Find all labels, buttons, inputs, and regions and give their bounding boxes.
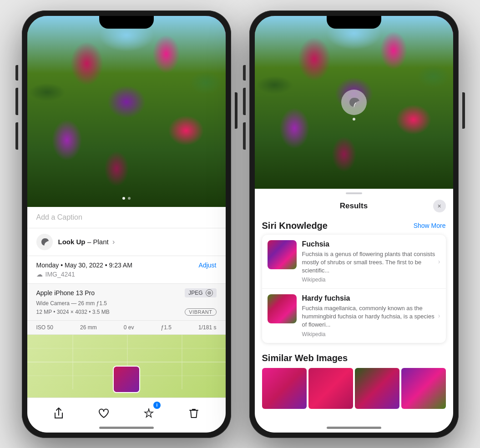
mp-info: 12 MP • 3024 × 4032 • 3.5 MB (36, 309, 110, 315)
page-indicator (122, 197, 131, 200)
phone1-screen: Add a Caption Look Up – Plant › (27, 16, 226, 433)
close-icon: × (437, 202, 441, 210)
results-body[interactable]: Siri Knowledge Show More Fuchsia Fuchsia… (255, 216, 453, 433)
leaf-icon-container (36, 234, 53, 250)
map-photo-thumbnail[interactable] (113, 366, 140, 393)
vol-up-button-2[interactable] (243, 88, 246, 115)
dot-2 (128, 197, 131, 200)
device-row: Apple iPhone 13 Pro JPEG Wide Camera (27, 284, 226, 321)
trash-icon (189, 408, 198, 419)
filename: IMG_4241 (45, 271, 75, 278)
fuchsia-text: Fuchsia Fuchsia is a genus of flowering … (302, 240, 440, 283)
vibrant-badge: VIBRANT (185, 308, 216, 316)
knowledge-card: Fuchsia Fuchsia is a genus of flowering … (262, 235, 446, 343)
leaf-icon (40, 237, 49, 247)
results-header: Results × (255, 194, 453, 216)
share-button[interactable] (49, 403, 69, 423)
lookup-label: Look Up – Plant › (58, 238, 115, 246)
favorite-button[interactable] (94, 403, 114, 423)
visual-lookup-button[interactable] (341, 90, 367, 115)
siri-knowledge-header: Siri Knowledge Show More (262, 216, 446, 235)
date-text: Monday • May 30, 2022 • 9:23 AM (36, 262, 132, 269)
phone2-screen: Results × Siri Knowledge Show More (255, 16, 453, 433)
flower-photo (27, 16, 226, 207)
iso-value: ISO 50 (36, 324, 53, 331)
exif-row: ISO 50 26 mm 0 ev ƒ1.5 1/181 s (27, 321, 226, 335)
visual-lookup-dot (353, 118, 355, 121)
hardy-fuchsia-item[interactable]: Hardy fuchsia Fuchsia magellanica, commo… (262, 289, 446, 343)
phone-2: Results × Siri Knowledge Show More (249, 10, 459, 438)
power-button[interactable] (235, 92, 237, 129)
caption-area[interactable]: Add a Caption (27, 207, 226, 228)
hardy-description: Fuchsia magellanica, commonly known as t… (302, 304, 440, 329)
lookup-row[interactable]: Look Up – Plant › (27, 228, 226, 256)
web-images-title: Similar Web Images (262, 353, 446, 363)
show-more-button[interactable]: Show More (414, 222, 446, 229)
photo-display-2[interactable] (255, 16, 453, 189)
web-images-section: Similar Web Images (262, 348, 446, 413)
web-image-3[interactable] (355, 368, 399, 409)
sparkle-icon (143, 408, 154, 419)
device-name: Apple iPhone 13 Pro (36, 289, 95, 297)
shutter-value: 1/181 s (198, 324, 216, 331)
lookup-arrow: › (112, 238, 115, 246)
web-images-grid[interactable] (262, 368, 446, 409)
vol-up-button[interactable] (15, 88, 18, 115)
hardy-name: Hardy fuchsia (302, 294, 440, 302)
vol-down-button[interactable] (15, 122, 18, 150)
notch (99, 16, 154, 29)
hardy-thumbnail (268, 294, 297, 323)
map-area[interactable] (27, 335, 226, 398)
photo-display[interactable] (27, 16, 226, 207)
cloud-icon: ☁ (36, 271, 43, 278)
web-image-1[interactable] (262, 368, 307, 409)
caption-placeholder[interactable]: Add a Caption (36, 213, 82, 221)
heart-icon (98, 408, 109, 418)
fuchsia-name: Fuchsia (302, 240, 440, 248)
dot-1 (122, 197, 125, 200)
fuchsia-source: Wikipedia (302, 277, 440, 283)
share-icon (54, 408, 64, 419)
svg-point-1 (208, 292, 209, 293)
format-text: JPEG (188, 290, 202, 296)
adjust-button[interactable]: Adjust (199, 262, 217, 269)
format-badge: JPEG (185, 288, 216, 297)
close-button[interactable]: × (433, 200, 446, 212)
vol-down-button-2[interactable] (243, 122, 246, 150)
info-badge: i (153, 402, 161, 409)
fuchsia-thumbnail (268, 240, 297, 269)
hardy-text: Hardy fuchsia Fuchsia magellanica, commo… (302, 294, 440, 337)
focal-value: 26 mm (80, 324, 97, 331)
info-button[interactable]: i (139, 403, 159, 423)
siri-knowledge-title: Siri Knowledge (262, 221, 328, 231)
fuchsia-description: Fuchsia is a genus of flowering plants t… (302, 250, 440, 275)
results-sheet: Results × Siri Knowledge Show More (255, 189, 453, 433)
fuchsia-chevron: › (438, 258, 440, 265)
web-image-4[interactable] (401, 368, 446, 409)
metadata-row: Monday • May 30, 2022 • 9:23 AM Adjust ☁… (27, 256, 226, 284)
camera-detail: Wide Camera — 26 mm ƒ1.5 (36, 300, 217, 307)
home-indicator-2 (327, 427, 381, 429)
web-image-2[interactable] (308, 368, 353, 409)
fuchsia-item[interactable]: Fuchsia Fuchsia is a genus of flowering … (262, 235, 446, 289)
ev-value: 0 ev (124, 324, 134, 331)
home-indicator-1 (99, 427, 154, 429)
power-button-2[interactable] (462, 92, 465, 129)
aperture-value: ƒ1.5 (161, 324, 172, 331)
phone-1: Add a Caption Look Up – Plant › (22, 10, 231, 438)
settings-icon[interactable] (206, 289, 213, 297)
delete-button[interactable] (184, 403, 204, 423)
hardy-chevron: › (438, 312, 440, 319)
leaf-visual-icon (348, 96, 360, 109)
notch-2 (327, 16, 381, 29)
results-title: Results (275, 201, 433, 211)
hardy-source: Wikipedia (302, 331, 440, 337)
